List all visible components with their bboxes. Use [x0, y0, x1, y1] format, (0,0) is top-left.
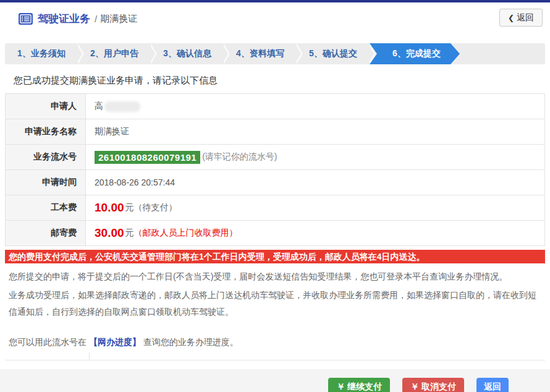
business-label: 申请业务名称	[6, 119, 86, 144]
step-6-complete-submit: 6、完成提交	[370, 43, 460, 64]
back-chevron-icon: ❮	[508, 14, 514, 22]
postage-note: （邮政人员上门收取费用）	[134, 228, 238, 239]
payment-warning-banner: 您的费用支付完成后，公安机关交通管理部门将在1个工作日内受理，受理成功后，邮政人…	[5, 250, 545, 263]
step-5-confirm-submit[interactable]: 5、确认提交	[297, 43, 370, 64]
serial-note: (请牢记你的流水号)	[202, 151, 277, 163]
back-button-label: 返回	[517, 12, 534, 23]
page-title: 驾驶证业务	[38, 12, 90, 26]
table-row-postage: 邮寄费 30.00 元 （邮政人员上门收取费用）	[6, 221, 544, 246]
postage-amount: 30.00	[95, 226, 124, 240]
serial-number-badge: 261001808260079191	[95, 151, 200, 164]
instruction-paragraph-3: 您可以用此流水号在 【网办进度】 查询您的业务办理进度。	[9, 334, 541, 351]
table-row-business: 申请业务名称 期满换证	[6, 119, 544, 145]
table-row-fee: 工本费 10.00 元 （待支付）	[6, 195, 544, 221]
redacted-name-blur	[104, 101, 140, 112]
table-row-time: 申请时间 2018-08-26 20:57:44	[6, 170, 544, 195]
back-button[interactable]: ❮ 返回	[499, 9, 543, 27]
action-footer: ￥ 继续支付 ￥ 取消支付 返回	[0, 369, 550, 392]
table-column-divider-tail	[9, 352, 90, 360]
page-header: 驾驶证业务 / 期满换证 ❮ 返回	[0, 2, 550, 35]
application-info-table: 申请人 高 申请业务名称 期满换证 业务流水号 2610018082600791…	[5, 93, 545, 246]
continue-payment-button[interactable]: ￥ 继续支付	[328, 378, 390, 392]
step-2-user-declaration[interactable]: 2、用户申告	[78, 43, 151, 64]
fee-value: 10.00 元 （待支付）	[86, 195, 544, 220]
progress-hint-prefix: 您可以用此流水号在	[9, 337, 87, 347]
table-row-serial: 业务流水号 261001808260079191 (请牢记你的流水号)	[6, 145, 544, 170]
applicant-name: 高	[95, 101, 103, 112]
business-value: 期满换证	[86, 119, 544, 144]
serial-value: 261001808260079191 (请牢记你的流水号)	[86, 145, 544, 169]
time-value: 2018-08-26 20:57:44	[86, 170, 544, 195]
fee-note: （待支付）	[134, 202, 177, 213]
fee-label: 工本费	[6, 195, 86, 220]
list-icon	[19, 13, 33, 25]
instruction-paragraph-2: 业务成功受理后，如果选择邮政寄递的，邮政人员将上门送达机动车驾驶证，并收取办理业…	[9, 287, 541, 320]
time-label: 申请时间	[6, 170, 86, 195]
progress-hint-suffix: 查询您的业务办理进度。	[143, 337, 239, 347]
step-3-confirm-info[interactable]: 3、确认信息	[151, 43, 224, 64]
success-message: 您已成功提交期满换证业务申请，请记录以下信息	[5, 75, 545, 87]
return-button[interactable]: 返回	[476, 378, 509, 392]
table-row-applicant: 申请人 高	[6, 94, 544, 119]
postage-unit: 元	[125, 228, 134, 239]
fee-amount: 10.00	[95, 201, 124, 215]
instructions-section: 您所提交的申请，将于提交后的一个工作日(不含当天)受理，届时会发送短信告知受理结…	[5, 263, 545, 360]
breadcrumb-current: 期满换证	[100, 13, 137, 25]
serial-label: 业务流水号	[6, 145, 86, 169]
breadcrumb-separator: /	[95, 14, 97, 24]
fee-unit: 元	[125, 202, 134, 213]
applicant-value: 高	[86, 94, 544, 119]
postage-value: 30.00 元 （邮政人员上门收取费用）	[86, 221, 544, 245]
instruction-paragraph-1: 您所提交的申请，将于提交后的一个工作日(不含当天)受理，届时会发送短信告知受理结…	[9, 268, 541, 285]
step-4-fill-data[interactable]: 4、资料填写	[224, 43, 297, 64]
wangban-progress-ref: 【网办进度】	[89, 337, 141, 347]
wizard-steps: 1、业务须知 2、用户申告 3、确认信息 4、资料填写 5、确认提交 6、完成提…	[5, 43, 545, 64]
step-1-business-notice[interactable]: 1、业务须知	[5, 43, 78, 64]
cancel-payment-button[interactable]: ￥ 取消支付	[402, 378, 464, 392]
steps-filler	[460, 43, 545, 64]
postage-label: 邮寄费	[6, 221, 86, 245]
applicant-label: 申请人	[6, 94, 86, 119]
